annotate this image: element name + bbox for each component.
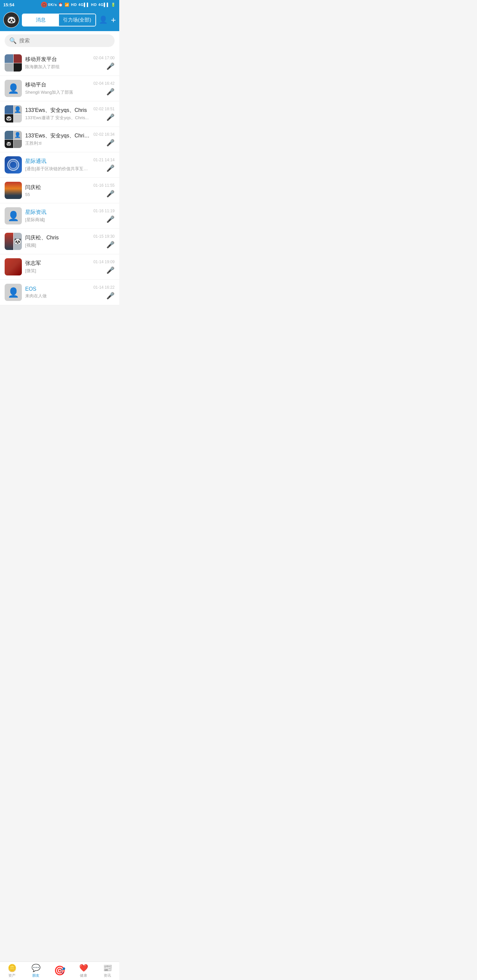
add-icon[interactable]: + (111, 15, 116, 25)
list-item[interactable]: 🐼 闫庆松、Chris [视频] 01-15 19:30 🎤 (0, 229, 119, 254)
avatar: 👤 (5, 284, 22, 301)
conv-body: 133'Ews、安全yqs、Chris 133'Ews邀请了 安全yqs、Chr… (25, 107, 90, 121)
conv-meta: 02-04 16:42 🎤 (93, 81, 115, 96)
status-icons: 🎧 0K/s ⏰ 📶 HD 4G▌▌ HD 4G▌▌ 🔋 (41, 2, 116, 8)
conv-name: 星际通讯 (25, 158, 90, 165)
conv-name: 133'Ews、安全yqs、Chris (25, 107, 90, 114)
list-item[interactable]: 星际通讯 [通告]基于区块链的价值共享互联... 01-21 14:14 🎤 (0, 152, 119, 178)
conv-name: 张志军 (25, 260, 90, 267)
conv-name: 星际资讯 (25, 209, 90, 216)
avatar (5, 156, 22, 173)
list-item[interactable]: 👤 🐼 133'Ews、安全yqs、Chris、... 王胜利:tl 02-02… (0, 127, 119, 152)
mic-icon[interactable]: 🎤 (106, 215, 115, 223)
conv-body: 闫庆松、Chris [视频] (25, 234, 90, 248)
conv-name: 闫庆松 (25, 184, 90, 191)
conv-name: 闫庆松、Chris (25, 234, 90, 241)
conv-time: 02-02 18:51 (93, 107, 115, 111)
conv-body: 闫庆松 55 (25, 184, 90, 197)
conv-meta: 01-15 19:30 🎤 (93, 234, 115, 249)
app-logo[interactable]: 🐼 (3, 12, 19, 28)
conv-body: 星际资讯 [星际商城] (25, 209, 90, 223)
conv-name: 133'Ews、安全yqs、Chris、... (25, 132, 90, 139)
tab-messages[interactable]: 消息 (22, 14, 59, 26)
avatar: 🐼 (5, 233, 22, 250)
conv-meta: 01-16 11:19 🎤 (93, 208, 115, 223)
conv-body: EOS 来肉在人做 (25, 286, 90, 299)
conv-body: 移动平台 Shengli Wang加入了部落 (25, 81, 90, 95)
status-time: 15:54 (3, 2, 14, 7)
conv-time: 01-16 11:19 (93, 208, 115, 213)
mic-icon[interactable]: 🎤 (106, 62, 115, 70)
profile-icon[interactable]: 👤 (99, 16, 108, 24)
mic-icon[interactable]: 🎤 (106, 266, 115, 274)
conv-time: 01-21 14:14 (93, 158, 115, 162)
conv-time: 01-16 11:55 (93, 183, 115, 188)
conv-name: 移动开发平台 (25, 56, 90, 63)
list-item[interactable]: 移动开发平台 陈海鹏加入了群组 02-04 17:00 🎤 (0, 50, 119, 76)
avatar: 👤 (5, 207, 22, 224)
list-item[interactable]: 👤 EOS 来肉在人做 01-14 16:22 🎤 (0, 280, 119, 305)
conv-preview: [星际商城] (25, 217, 90, 223)
list-item[interactable]: 👤 🐼 133'Ews、安全yqs、Chris 133'Ews邀请了 安全yqs… (0, 101, 119, 127)
conv-preview: Shengli Wang加入了部落 (25, 89, 90, 95)
conv-preview: 陈海鹏加入了群组 (25, 64, 90, 70)
person-icon: 👤 (8, 210, 19, 221)
mic-icon[interactable]: 🎤 (106, 164, 115, 172)
conv-time: 01-14 16:22 (93, 285, 115, 290)
conv-preview: 55 (25, 192, 90, 197)
avatar (5, 258, 22, 275)
list-item[interactable]: 闫庆松 55 01-16 11:55 🎤 (0, 178, 119, 203)
person-icon: 👤 (8, 83, 19, 94)
search-bar: 🔍 (0, 31, 119, 50)
search-icon: 🔍 (9, 37, 17, 45)
mic-icon[interactable]: 🎤 (106, 190, 115, 198)
conv-meta: 02-02 16:34 🎤 (93, 132, 115, 147)
search-input[interactable] (19, 38, 110, 44)
conv-body: 星际通讯 [通告]基于区块链的价值共享互联... (25, 158, 90, 172)
conv-time: 01-15 19:30 (93, 234, 115, 239)
conv-body: 张志军 [微笑] (25, 260, 90, 274)
conv-name: 移动平台 (25, 81, 90, 88)
conv-list-container: 移动开发平台 陈海鹏加入了群组 02-04 17:00 🎤 👤 移动平台 She… (0, 50, 119, 305)
person-icon: 👤 (8, 287, 19, 298)
status-bar: 15:54 🎧 0K/s ⏰ 📶 HD 4G▌▌ HD 4G▌▌ 🔋 (0, 0, 119, 9)
conv-body: 移动开发平台 陈海鹏加入了群组 (25, 56, 90, 70)
avatar (5, 54, 22, 72)
conv-time: 02-04 16:42 (93, 81, 115, 86)
list-item[interactable]: 👤 移动平台 Shengli Wang加入了部落 02-04 16:42 🎤 (0, 76, 119, 101)
conv-meta: 01-14 19:09 🎤 (93, 259, 115, 274)
conv-meta: 02-04 17:00 🎤 (93, 56, 115, 70)
conv-name: EOS (25, 286, 90, 292)
conv-preview: [微笑] (25, 268, 90, 274)
header-actions: 👤 + (99, 15, 116, 25)
search-input-wrap[interactable]: 🔍 (5, 35, 115, 47)
tab-gravity[interactable]: 引力场(全部) (59, 14, 96, 26)
conv-meta: 02-02 18:51 🎤 (93, 107, 115, 121)
conv-time: 02-04 17:00 (93, 56, 115, 60)
headphone-icon: 🎧 (41, 2, 47, 8)
conversation-list: 移动开发平台 陈海鹏加入了群组 02-04 17:00 🎤 👤 移动平台 She… (0, 50, 119, 324)
tab-group: 消息 引力场(全部) (22, 14, 96, 27)
conv-preview: [通告]基于区块链的价值共享互联... (25, 166, 90, 172)
mic-icon[interactable]: 🎤 (106, 292, 115, 300)
mic-icon[interactable]: 🎤 (106, 88, 115, 96)
list-item[interactable]: 张志军 [微笑] 01-14 19:09 🎤 (0, 254, 119, 280)
conv-preview: 王胜利:tl (25, 140, 90, 146)
avatar (5, 182, 22, 199)
mic-icon[interactable]: 🎤 (106, 241, 115, 249)
conv-preview: [视频] (25, 242, 90, 248)
conv-meta: 01-21 14:14 🎤 (93, 158, 115, 172)
mic-icon[interactable]: 🎤 (106, 113, 115, 121)
conv-meta: 01-14 16:22 🎤 (93, 285, 115, 300)
conv-preview: 来肉在人做 (25, 293, 90, 299)
conv-meta: 01-16 11:55 🎤 (93, 183, 115, 198)
list-item[interactable]: 👤 星际资讯 [星际商城] 01-16 11:19 🎤 (0, 203, 119, 229)
mic-icon[interactable]: 🎤 (106, 139, 115, 147)
conv-time: 01-14 19:09 (93, 259, 115, 264)
conv-preview: 133'Ews邀请了 安全yqs、Chris... (25, 115, 90, 121)
conv-body: 133'Ews、安全yqs、Chris、... 王胜利:tl (25, 132, 90, 146)
avatar: 👤 (5, 80, 22, 97)
avatar: 👤 🐼 (5, 131, 22, 148)
avatar: 👤 🐼 (5, 105, 22, 123)
header: 🐼 消息 引力场(全部) 👤 + (0, 9, 119, 31)
